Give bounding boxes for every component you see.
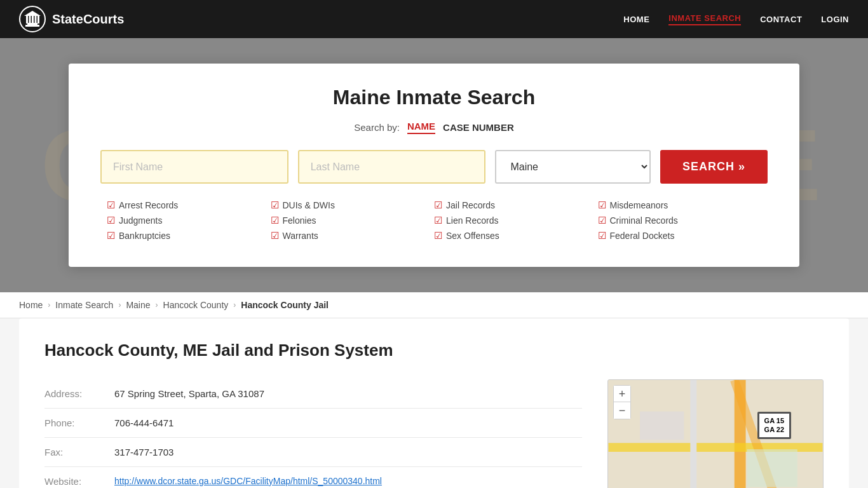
breadcrumb-inmate-search[interactable]: Inmate Search [55,300,113,310]
svg-rect-6 [35,16,37,24]
fax-value: 317-477-1703 [114,447,173,458]
check-label-arrest: Arrest Records [119,200,178,210]
address-value: 67 Spring Street, Sparta, GA 31087 [114,388,264,399]
logo-icon [19,6,46,32]
main-content: Hancock County, ME Jail and Prison Syste… [0,318,868,488]
detail-row-fax: Fax: 317-477-1703 [44,438,582,467]
logo-area[interactable]: StateCourts [19,6,124,32]
check-icon-9: ☑ [434,230,442,241]
breadcrumb-home[interactable]: Home [19,300,43,310]
check-label-bankruptcies: Bankruptcies [119,231,170,241]
svg-rect-15 [640,412,684,440]
phone-value: 706-444-6471 [114,417,173,428]
svg-marker-8 [24,11,41,16]
map-zoom-out[interactable]: − [614,402,630,419]
check-icon-2: ☑ [107,215,115,226]
breadcrumb-maine[interactable]: Maine [126,300,150,310]
check-label-duis: DUIs & DWIs [283,200,335,210]
check-label-jail: Jail Records [446,200,495,210]
check-lien-records: ☑ Lien Records [434,215,598,226]
map-zoom-in[interactable]: + [614,386,630,402]
main-nav: HOME INMATE SEARCH CONTACT LOGIN [623,13,849,25]
check-label-judgments: Judgments [119,215,162,226]
search-button[interactable]: SEARCH » [660,150,768,184]
check-icon-12: ☑ [598,230,606,241]
check-bankruptcies: ☑ Bankruptcies [107,230,271,241]
breadcrumb-sep-4: › [233,301,236,309]
nav-login[interactable]: LOGIN [821,15,849,24]
check-icon-3: ☑ [107,230,115,241]
map-controls: + − [613,385,631,419]
breadcrumb-current: Hancock County Jail [241,300,329,310]
check-label-sex: Sex Offenses [446,231,499,241]
first-name-input[interactable] [100,150,288,184]
check-label-misdemeanors: Misdemeanors [610,200,668,210]
search-inputs: Maine SEARCH » [100,150,768,184]
svg-rect-5 [32,16,34,24]
phone-label: Phone: [44,417,102,428]
checklist-col-3: ☑ Jail Records ☑ Lien Records ☑ Sex Offe… [434,200,598,241]
detail-row-website: Website: http://www.dcor.state.ga.us/GDC… [44,467,582,488]
svg-rect-12 [690,380,696,488]
detail-row-address: Address: 67 Spring Street, Sparta, GA 31… [44,379,582,409]
check-duis: ☑ DUIs & DWIs [271,200,435,211]
nav-inmate-search[interactable]: INMATE SEARCH [668,13,741,25]
check-icon-1: ☑ [107,200,115,211]
search-by-row: Search by: NAME CASE NUMBER [100,121,768,134]
tab-case-number[interactable]: CASE NUMBER [443,122,514,133]
check-label-lien: Lien Records [446,215,499,226]
checklist-col-4: ☑ Misdemeanors ☑ Criminal Records ☑ Fede… [598,200,762,241]
search-card-title: Maine Inmate Search [100,86,768,109]
search-card: Maine Inmate Search Search by: NAME CASE… [69,64,799,267]
road-sign: GA 15 GA 22 [757,412,791,439]
map-area: + − GA 15 GA 22 [607,379,824,488]
facility-title: Hancock County, ME Jail and Prison Syste… [44,341,824,360]
last-name-input[interactable] [298,150,486,184]
check-icon-6: ☑ [271,230,279,241]
check-judgments: ☑ Judgments [107,215,271,226]
hero-section: COURTHOUSE Maine Inmate Search Search by… [0,38,868,292]
site-header: StateCourts HOME INMATE SEARCH CONTACT L… [0,0,868,38]
check-icon-7: ☑ [434,200,442,211]
address-label: Address: [44,388,102,399]
breadcrumb-sep-1: › [48,301,50,309]
road-sign-line2: GA 22 [764,425,784,434]
check-federal-dockets: ☑ Federal Dockets [598,230,762,241]
check-jail-records: ☑ Jail Records [434,200,598,211]
check-arrest-records: ☑ Arrest Records [107,200,271,211]
check-sex-offenses: ☑ Sex Offenses [434,230,598,241]
logo-text: StateCourts [52,12,124,27]
checklist-col-1: ☑ Arrest Records ☑ Judgments ☑ Bankruptc… [107,200,271,241]
check-icon-4: ☑ [271,200,279,211]
state-select[interactable]: Maine [495,150,651,184]
content-card: Hancock County, ME Jail and Prison Syste… [19,318,849,488]
fax-label: Fax: [44,447,102,458]
check-label-felonies: Felonies [283,215,316,226]
road-sign-line1: GA 15 [764,416,784,425]
check-icon-11: ☑ [598,215,606,226]
checklist: ☑ Arrest Records ☑ Judgments ☑ Bankruptc… [100,200,768,241]
detail-row-phone: Phone: 706-444-6471 [44,409,582,438]
check-felonies: ☑ Felonies [271,215,435,226]
check-criminal-records: ☑ Criminal Records [598,215,762,226]
search-by-label: Search by: [354,122,400,133]
check-icon-8: ☑ [434,215,442,226]
check-label-criminal: Criminal Records [610,215,678,226]
facility-details: Address: 67 Spring Street, Sparta, GA 31… [44,379,824,488]
svg-rect-1 [25,25,39,27]
tab-name[interactable]: NAME [407,121,435,134]
check-icon-5: ☑ [271,215,279,226]
breadcrumb-hancock-county[interactable]: Hancock County [163,300,229,310]
breadcrumb: Home › Inmate Search › Maine › Hancock C… [0,292,868,318]
breadcrumb-sep-2: › [118,301,121,309]
nav-contact[interactable]: CONTACT [760,15,802,24]
website-link[interactable]: http://www.dcor.state.ga.us/GDC/Facility… [114,476,382,486]
check-label-warrants: Warrants [283,231,318,241]
svg-rect-3 [26,16,28,24]
checklist-col-2: ☑ DUIs & DWIs ☑ Felonies ☑ Warrants [271,200,435,241]
website-label: Website: [44,476,102,487]
details-left: Address: 67 Spring Street, Sparta, GA 31… [44,379,582,488]
nav-home[interactable]: HOME [623,15,649,24]
breadcrumb-sep-3: › [156,301,158,309]
svg-rect-14 [747,449,797,487]
